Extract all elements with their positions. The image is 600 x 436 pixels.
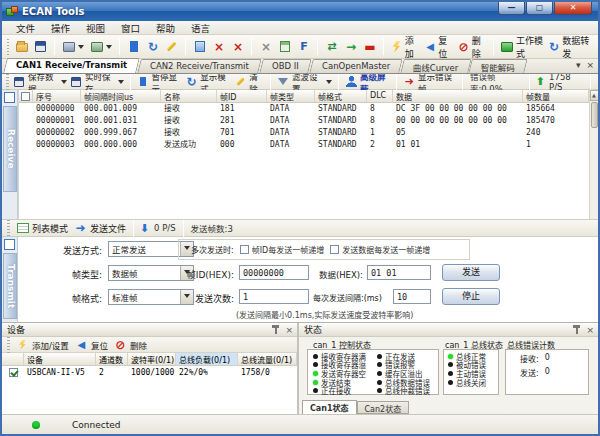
pause-button[interactable] bbox=[124, 38, 143, 55]
work-mode-button[interactable]: 工作模式 bbox=[498, 32, 546, 62]
pin-icon[interactable] bbox=[271, 325, 280, 335]
tab-list-dropdown-icon[interactable]: ▾ bbox=[576, 60, 581, 70]
transmit-side-tab[interactable]: Transmit bbox=[3, 253, 17, 319]
format-button[interactable]: F bbox=[294, 38, 313, 55]
col-frame-id[interactable]: 帧ID bbox=[217, 90, 267, 102]
list-mode-label: 列表模式 bbox=[32, 222, 68, 235]
delete-all-frames-button[interactable]: × bbox=[228, 38, 247, 55]
led-icon bbox=[377, 380, 382, 385]
col-channels[interactable]: 通道数 bbox=[96, 353, 128, 365]
device-reset-button[interactable]: ◀复位 bbox=[72, 336, 111, 353]
status-body: can_1 控制状态 接收寄存器满 接收寄存器溢 发送寄存器空 发送结束 正在接… bbox=[299, 337, 598, 400]
data-forward-icon: ↻ bbox=[549, 40, 559, 53]
scrollbar-thumb[interactable] bbox=[591, 102, 598, 128]
select-all-checkbox[interactable] bbox=[21, 92, 30, 101]
paste-button[interactable] bbox=[275, 38, 294, 55]
col-name[interactable]: 名称 bbox=[161, 90, 217, 102]
cell-dlc: 2 bbox=[367, 139, 393, 151]
device-delete-button[interactable]: ⊘删除 bbox=[111, 336, 150, 353]
device-add-settings-button[interactable]: 添加/设置 bbox=[13, 336, 72, 353]
col-interval[interactable]: 帧间隔时间us bbox=[81, 90, 161, 102]
col-frame-count[interactable]: 帧数量 bbox=[523, 90, 589, 102]
led-icon bbox=[448, 362, 453, 367]
interval-input[interactable] bbox=[393, 289, 431, 304]
device-row[interactable]: USBCAN-II-V5 2 1000/1000 22%/0% 1758/0 bbox=[2, 366, 297, 379]
tab-close-icon[interactable]: × bbox=[586, 60, 594, 70]
menu-help[interactable]: 帮助 bbox=[148, 20, 183, 36]
col-seq[interactable]: 序号 bbox=[33, 90, 81, 102]
minimize-button[interactable]: — bbox=[498, 2, 525, 15]
clear-button[interactable] bbox=[162, 38, 181, 55]
col-bus-traffic[interactable]: 总线流量(0/1) bbox=[238, 353, 297, 365]
panel-close-icon[interactable]: × bbox=[285, 326, 293, 335]
menu-file[interactable]: 文件 bbox=[8, 20, 43, 36]
refresh-button[interactable]: ↻ bbox=[143, 38, 162, 55]
table-row[interactable]: 00000002 000.999.067 接收 701 DATA STANDAR… bbox=[19, 127, 589, 139]
col-frame-format[interactable]: 帧格式 bbox=[315, 90, 367, 102]
col-device[interactable]: 设备 bbox=[24, 353, 96, 365]
close-button[interactable]: ✕ bbox=[554, 2, 592, 15]
delete-device-button[interactable]: ⊘删除 bbox=[455, 32, 489, 62]
disconnect-device-button[interactable] bbox=[87, 38, 115, 55]
menu-window[interactable]: 窗口 bbox=[113, 20, 148, 36]
filter-frames-button[interactable] bbox=[190, 38, 209, 55]
table-row[interactable]: 00000001 000.001.031 接收 281 DATA STANDAR… bbox=[19, 115, 589, 127]
swap-button[interactable]: ⇄ bbox=[322, 38, 341, 55]
col-data[interactable]: 数据 bbox=[393, 90, 523, 102]
sent-frames-stat: 发送帧数:3 bbox=[188, 222, 236, 234]
reset-device-button[interactable]: ◀复位 bbox=[422, 32, 456, 62]
document-icon bbox=[193, 40, 206, 53]
tab-can2-receive-transmit[interactable]: CAN2 Receive/Transmit bbox=[137, 59, 261, 73]
tab-smart-decode[interactable]: 智能解码 bbox=[469, 59, 529, 73]
window-title: ECAN Tools bbox=[22, 6, 84, 17]
vertical-scrollbar[interactable]: ▲ bbox=[589, 90, 598, 219]
data-increment-option[interactable]: 发送数据每发送一帧递增 bbox=[330, 244, 430, 255]
table-row[interactable]: 00000000 000.001.009 接收 181 DATA STANDAR… bbox=[19, 103, 589, 115]
menu-view[interactable]: 视图 bbox=[78, 20, 113, 36]
col-dlc[interactable]: DLC bbox=[367, 90, 393, 102]
tab-can1-receive-transmit[interactable]: CAN1 Receive/Transmit bbox=[3, 58, 140, 73]
stop-toolbar-button[interactable]: ▬ bbox=[360, 38, 379, 55]
forward-button[interactable]: → bbox=[341, 38, 360, 55]
cell-data: 01 01 bbox=[393, 139, 523, 151]
menu-operation[interactable]: 操作 bbox=[43, 20, 78, 36]
id-increment-option[interactable]: 帧ID每发送一帧递增 bbox=[240, 244, 325, 255]
col-frame-type[interactable]: 帧类型 bbox=[267, 90, 315, 102]
pin-icon[interactable] bbox=[572, 325, 581, 335]
tab-canopenmaster[interactable]: CanOpenMaster bbox=[309, 59, 403, 73]
col-baud[interactable]: 波特率(0/1) bbox=[128, 353, 176, 365]
save-button[interactable] bbox=[31, 38, 50, 55]
maximize-button[interactable]: ▢ bbox=[526, 2, 553, 15]
connect-device-button[interactable] bbox=[59, 38, 87, 55]
device-checkbox[interactable] bbox=[9, 368, 18, 377]
frame-id-input[interactable] bbox=[239, 265, 309, 280]
tab-can1-status[interactable]: Can1状态 bbox=[302, 400, 357, 414]
device-panel-titlebar: 设备 × bbox=[2, 323, 297, 337]
col-bus-load[interactable]: 总线负载(0/1) bbox=[176, 353, 238, 365]
tab-obd2[interactable]: OBD II bbox=[259, 59, 311, 73]
stop-button[interactable]: 停止 bbox=[442, 288, 500, 305]
table-row[interactable]: 00000003 000.000.000 发送成功 000 DATA STAND… bbox=[19, 139, 589, 151]
panel-close-icon[interactable]: × bbox=[586, 326, 594, 335]
tab-can2-status[interactable]: Can2状态 bbox=[357, 401, 410, 414]
open-file-button[interactable] bbox=[12, 38, 31, 55]
menu-language[interactable]: 语言 bbox=[183, 20, 218, 36]
add-device-button[interactable]: 添加 bbox=[388, 32, 422, 62]
data-hex-input[interactable] bbox=[367, 265, 431, 280]
send-file-button[interactable]: ➜发送文件 bbox=[71, 220, 129, 237]
delete-frame-button[interactable]: × bbox=[209, 38, 228, 55]
send-button[interactable]: 发送 bbox=[442, 264, 500, 281]
cut-button[interactable]: × bbox=[256, 38, 275, 55]
list-mode-button[interactable]: 列表模式 bbox=[13, 220, 71, 237]
data-forward-button[interactable]: ↻数据转发 bbox=[546, 32, 594, 62]
receive-side-tab[interactable]: Receive bbox=[3, 106, 17, 192]
send-count-input[interactable] bbox=[239, 289, 309, 304]
dock-handle[interactable] bbox=[4, 239, 15, 250]
scroll-up-icon[interactable]: ▲ bbox=[590, 90, 599, 101]
dock-handle[interactable] bbox=[4, 92, 15, 103]
id-increment-checkbox[interactable] bbox=[240, 245, 249, 254]
tab-curve[interactable]: 曲线Curver bbox=[400, 59, 471, 73]
statusbar: Connected bbox=[2, 414, 598, 434]
data-increment-checkbox[interactable] bbox=[330, 245, 339, 254]
filter-preset-dropdown[interactable] bbox=[324, 75, 334, 88]
